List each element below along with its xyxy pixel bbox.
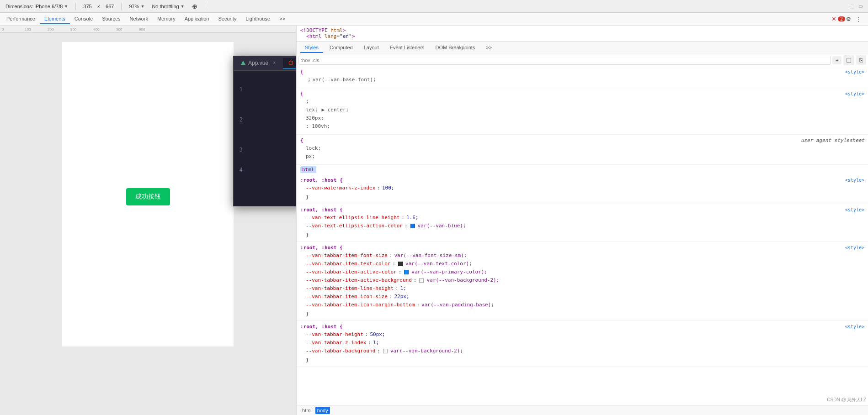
code-text-4 [250,165,254,175]
code-editor: App.vue × ⬡ index.html TS main.ts [233,56,296,206]
width-input-group[interactable]: 375 [81,3,93,10]
copy-element-btn[interactable]: ⎘ [856,55,866,65]
rule-root-4-source[interactable]: <style> [845,324,864,329]
subtab-event-listeners[interactable]: Event Listeners [385,43,429,53]
devtools-more-icon[interactable]: ⋮ [854,15,863,23]
tab-elements[interactable]: Elements [40,14,70,24]
line-number-2: 2 [234,115,250,125]
tab-console[interactable]: Console [70,14,97,24]
html-icon: ⬡ [288,60,293,66]
device-selector[interactable]: Dimensions: iPhone 6/7/8 ▼ [4,3,70,10]
zoom-value: 97% [129,4,139,9]
height-input-group[interactable]: 667 [104,3,116,10]
subtab-computed[interactable]: Computed [325,43,357,53]
tab-lighthouse[interactable]: Lighthouse [241,14,275,24]
tab-more[interactable]: >> [275,14,290,24]
tab-performance[interactable]: Performance [2,14,40,24]
rule-root-4-prop-3: --van-tabbar-background : var(--van-back… [306,347,864,355]
rule-root-2-source[interactable]: <style> [845,207,864,212]
device-mode-icon[interactable]: ▭ [856,2,864,11]
breadcrumb-body[interactable]: body [315,407,330,414]
rule-2-source[interactable]: <style> [845,91,864,96]
settings-icon[interactable]: ⚙ [844,15,852,23]
styles-toolbar: + □ ⎘ [297,54,868,66]
device-label: Dimensions: iPhone 6/7/8 [5,4,63,9]
code-line-3: 3 </template> [234,135,296,165]
device-chevron-icon: ▼ [64,4,68,9]
subtab-more[interactable]: >> [481,43,496,53]
rule-root-4-body: --van-tabbar-height : 50px; --van-tabbar… [297,331,868,357]
rule-root-1-body: --van-watermark-z-index : 100; [297,184,868,194]
color-swatch-text[interactable] [398,262,403,266]
rule-root-3-selector: :root, :host { [300,245,343,251]
rule-2-prop-2: lex; ▶ center; [306,106,864,114]
rule-ua-header: { user agent stylesheet [297,137,868,144]
touch-icon[interactable]: ⊕ [190,2,199,11]
zoom-chevron-icon: ▼ [140,4,144,9]
styles-filter-input[interactable] [298,56,831,65]
html-element-highlight[interactable]: html [300,166,316,173]
color-swatch-blue[interactable] [410,224,415,228]
subtab-layout[interactable]: Layout [359,43,383,53]
rule-root-4-prop-2: --van-tabbar-z-index : 1; [306,339,864,347]
breadcrumb-html[interactable]: html [300,407,314,414]
rule-1-source[interactable]: <style> [845,69,864,74]
rule-root-3-source[interactable]: <style> [845,245,864,250]
toggle-element-state-btn[interactable]: □ [843,55,854,65]
height-value: 667 [106,4,114,9]
element-preview: <!DOCTYPE html> <html lang="en"> [297,26,868,42]
add-style-btn[interactable]: + [832,56,841,64]
tab-sources[interactable]: Sources [97,14,125,24]
top-toolbar: Dimensions: iPhone 6/7/8 ▼ 375 × 667 97%… [0,0,868,13]
devtools-panel: <!DOCTYPE html> <html lang="en"> Styles … [296,26,868,415]
editor-tab-app-vue[interactable]: App.vue × [235,58,283,69]
width-value: 375 [83,4,91,9]
tab-security[interactable]: Security [213,14,241,24]
style-rule-2: { <style> ; lex; ▶ center; 320px; [297,88,868,135]
style-rule-ua: { user agent stylesheet lock; px; [297,135,868,165]
tab-close-icon[interactable]: × [271,60,277,66]
rule-root-2-prop-2: --van-text-ellipsis-action-color : var(-… [306,222,864,230]
color-swatch-bg2[interactable] [419,278,424,283]
code-line-4: 4 [234,165,296,175]
viewport-panel: 0 100 200 300 400 500 600 成功按钮 [0,26,296,415]
rule-root-4-prop-1: --van-tabbar-height : 50px; [306,331,864,339]
color-swatch-primary[interactable] [404,270,409,274]
error-badge-container[interactable]: ✕ 2 [834,15,842,23]
tab-memory[interactable]: Memory [153,14,180,24]
rule-ua-prop-2: px; [306,152,864,161]
zoom-selector[interactable]: 97% ▼ [127,3,146,10]
style-rule-root-1: :root, :host { <style> --van-watermark-z… [297,174,868,204]
tab-application[interactable]: Application [180,14,214,24]
rule-root-1-selector: :root, :host { [300,177,343,183]
rule-2-header: { <style> [297,90,868,98]
rule-root-3-body: --van-tabbar-item-font-size : var(--van-… [297,252,868,311]
tab-network[interactable]: Network [125,14,153,24]
line-number-4: 4 [234,165,250,175]
inspect-icon[interactable]: ⬚ [847,2,855,11]
rule-ua-body: lock; px; [297,144,868,163]
subtab-dom-breakpoints[interactable]: DOM Breakpoints [431,43,480,53]
rule-2-prop-4: : 100vh; [306,122,864,131]
rule-root-4-selector: :root, :host { [300,324,343,330]
rule-root-2-body: --van-text-ellipsis-line-height : 1.6; -… [297,214,868,232]
rule-root-3-prop-1: --van-tabbar-item-font-size : var(--van-… [306,252,864,260]
rule-root-4-header: :root, :host { <style> [297,323,868,331]
style-rule-root-4: :root, :host { <style> --van-tabbar-heig… [297,321,868,367]
color-swatch-tabbar-bg[interactable] [383,349,388,353]
rule-2-prop-1: ; [306,98,864,106]
devtools-top-nav: Performance Elements Console Sources Net… [0,13,868,26]
subtab-styles[interactable]: Styles [300,43,323,53]
html-element-row: html [297,165,868,174]
style-rule-1: { <style> ; var(--van-base-font); [297,66,868,88]
rule-root-3-prop-4: --van-tabbar-item-active-background : va… [306,276,864,284]
rule-root-1-source[interactable]: <style> [845,178,864,183]
code-text-3: </template> [250,135,296,165]
code-text-2: <van-button type="success">成功按钮</van-but… [250,105,296,135]
rule-2-body: ; lex; ▶ center; 320px; : 100vh; [297,98,868,132]
styles-subtabs: Styles Computed Layout Event Listeners D… [297,42,868,54]
success-button-preview[interactable]: 成功按钮 [126,188,170,205]
separator-3 [205,3,205,10]
editor-tab-index-html[interactable]: ⬡ index.html [283,58,296,69]
throttling-selector[interactable]: No throttling ▼ [150,3,186,10]
